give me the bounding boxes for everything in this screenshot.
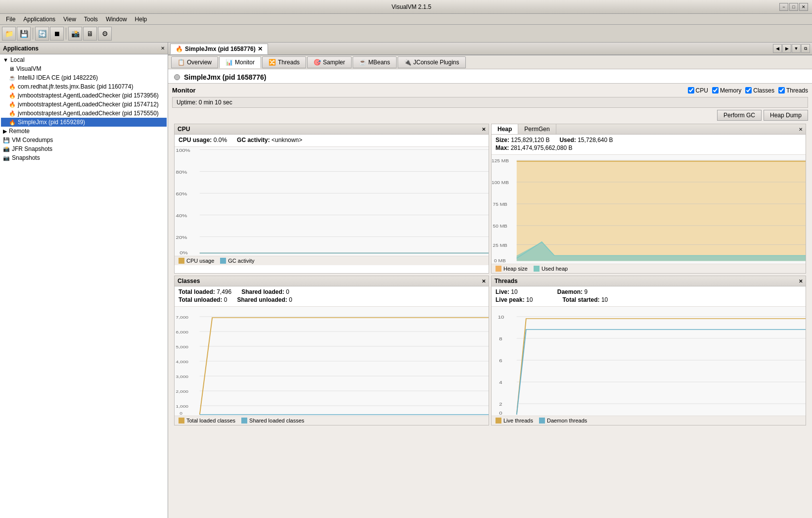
threads-chart-title: Threads (495, 278, 518, 284)
titlebar: VisualVM 2.1.5 − □ ✕ (0, 0, 812, 14)
svg-text:6,000: 6,000 (176, 330, 188, 334)
legend-cpu-usage: CPU usage (179, 258, 214, 264)
toolbar: 📁 💾 🔄 ⏹ 📸 🖥 ⚙ (0, 25, 812, 43)
classes-chart-title: Classes (178, 278, 200, 284)
menu-file[interactable]: File (2, 15, 19, 24)
svg-text:8: 8 (499, 336, 502, 341)
svg-text:50 MB: 50 MB (493, 224, 507, 229)
classes-chart-close[interactable]: ✕ (482, 279, 486, 284)
tree-jfr-snapshots[interactable]: 📸 JFR Snapshots (1, 144, 167, 153)
heap-tab[interactable]: Heap (492, 124, 518, 134)
threads-chart-header: Threads ✕ (492, 276, 806, 286)
tab-dropdown[interactable]: ▼ (792, 44, 801, 53)
tree-coredumps[interactable]: 💾 VM Coredumps (1, 136, 167, 144)
svg-text:75 MB: 75 MB (493, 202, 507, 207)
tab-sampler[interactable]: 🎯 Sampler (307, 56, 352, 68)
menu-view[interactable]: View (59, 15, 80, 24)
svg-text:7,000: 7,000 (176, 315, 188, 320)
app-icon: ☕ (9, 75, 16, 81)
restore-button[interactable]: □ (789, 3, 798, 11)
tab-label: Sampler (323, 59, 345, 66)
heap-used: Used: 15,728,640 B (559, 137, 613, 143)
tree-item-label: jvmbootstraptest.AgentLoadedChecker (pid… (18, 101, 159, 108)
tab-threads[interactable]: 🔀 Threads (262, 56, 306, 68)
minimize-button[interactable]: − (779, 3, 788, 11)
tree-snapshots[interactable]: 📷 Snapshots (1, 153, 167, 162)
tab-prev[interactable]: ◀ (773, 44, 782, 53)
monitor-title: Monitor (172, 87, 196, 94)
menu-window[interactable]: Window (102, 15, 131, 24)
tab-mbeans[interactable]: ☕ MBeans (353, 56, 397, 68)
svg-text:0: 0 (499, 411, 502, 416)
tab-monitor[interactable]: 📊 Monitor (219, 56, 261, 68)
perform-gc-button[interactable]: Perform GC (717, 110, 762, 121)
overview-icon: 📋 (178, 59, 185, 66)
heap-chart-stats: Size: 125,829,120 B Used: 15,728,640 B M… (492, 135, 806, 155)
memory-checkbox[interactable]: Memory (712, 87, 741, 94)
heap-dump-button[interactable]: Heap Dump (764, 110, 808, 121)
threads-check[interactable] (778, 87, 785, 94)
app-icon: 🔥 (9, 110, 16, 117)
tab-next[interactable]: ▶ (782, 44, 791, 53)
permgen-tab[interactable]: PermGen (518, 124, 556, 134)
tree-agent1[interactable]: 🔥 jvmbootstraptest.AgentLoadedChecker (p… (1, 91, 167, 100)
tree-remote[interactable]: ▶ Remote (1, 127, 167, 136)
threads-checkbox[interactable]: Threads (778, 87, 808, 94)
monitor-icon: 📊 (226, 59, 233, 66)
legend-label-daemon: Daemon threads (547, 418, 587, 424)
gc-activity-label: GC activity: <unknown> (237, 137, 302, 143)
total-loaded: Total loaded: 7,496 (179, 288, 231, 295)
legend-color-heap (496, 266, 501, 272)
legend-label-shared: Shared loaded classes (249, 418, 304, 424)
classes-checkbox[interactable]: Classes (745, 87, 774, 94)
tree-visualvm[interactable]: 🖥 VisualVM (1, 64, 167, 73)
svg-text:0: 0 (180, 411, 182, 416)
legend-color-daemon (539, 418, 545, 424)
app-icon: 🖥 (9, 66, 14, 72)
cpu-check[interactable] (688, 87, 694, 94)
tree-jfr-basic[interactable]: 🔥 com.redhat.jfr.tests.jmx.Basic (pid 11… (1, 82, 167, 91)
shared-unloaded: Shared unloaded: 0 (237, 296, 292, 303)
svg-marker-18 (517, 160, 806, 261)
toolbar-refresh[interactable]: 🔄 (35, 27, 49, 41)
legend-shared-classes: Shared loaded classes (241, 418, 304, 424)
menu-tools[interactable]: Tools (80, 15, 102, 24)
cpu-chart-close[interactable]: ✕ (482, 127, 486, 132)
menubar: File Applications View Tools Window Help (0, 14, 812, 25)
cpu-checkbox[interactable]: CPU (688, 87, 708, 94)
tree-local[interactable]: ▼ Local (1, 55, 167, 64)
legend-used-heap: Used heap (534, 266, 568, 272)
legend-label-live: Live threads (503, 418, 533, 424)
classes-check[interactable] (745, 87, 752, 94)
close-button[interactable]: ✕ (799, 3, 808, 11)
classes-chart-header: Classes ✕ (175, 276, 489, 286)
tab-detach[interactable]: ⧉ (801, 44, 810, 53)
tab-jconsole[interactable]: 🔌 JConsole Plugins (398, 56, 466, 68)
threads-chart-close[interactable]: ✕ (799, 279, 803, 284)
memory-check[interactable] (712, 87, 719, 94)
tab-overview[interactable]: 📋 Overview (171, 56, 218, 68)
panel-close-button[interactable]: ✕ (161, 46, 165, 51)
toolbar-settings[interactable]: ⚙ (98, 27, 112, 41)
tree-intellij[interactable]: ☕ IntelliJ IDEA CE (pid 1482226) (1, 73, 167, 82)
heap-chart-close[interactable]: ✕ (796, 125, 806, 134)
toolbar-new[interactable]: 📁 (2, 27, 16, 41)
folder-icon: 📸 (3, 146, 10, 152)
tree-agent3[interactable]: 🔥 jvmbootstraptest.AgentLoadedChecker (p… (1, 109, 167, 118)
tree-item-label: jvmbootstraptest.AgentLoadedChecker (pid… (18, 110, 159, 117)
doc-tab-close[interactable]: ✕ (258, 46, 263, 52)
expand-icon: ▶ (3, 128, 7, 135)
toolbar-monitor[interactable]: 🖥 (83, 27, 97, 41)
tab-label: MBeans (368, 59, 390, 66)
tree-agent2[interactable]: 🔥 jvmbootstraptest.AgentLoadedChecker (p… (1, 100, 167, 109)
toolbar-stop[interactable]: ⏹ (50, 27, 64, 41)
total-unloaded: Total unloaded: 0 (179, 296, 227, 303)
menu-applications[interactable]: Applications (19, 15, 59, 24)
sampler-icon: 🎯 (314, 59, 321, 66)
toolbar-save[interactable]: 💾 (17, 27, 31, 41)
menu-help[interactable]: Help (131, 15, 151, 24)
toolbar-snapshot[interactable]: 📸 (68, 27, 82, 41)
tree-simplejmx[interactable]: 🔥 SimpleJmx (pid 1659289) (1, 118, 167, 127)
uptime-bar: Uptime: 0 min 10 sec (172, 97, 808, 108)
doc-tab-simplejmx[interactable]: 🔥 SimpleJmx (pid 1658776) ✕ (170, 44, 268, 54)
